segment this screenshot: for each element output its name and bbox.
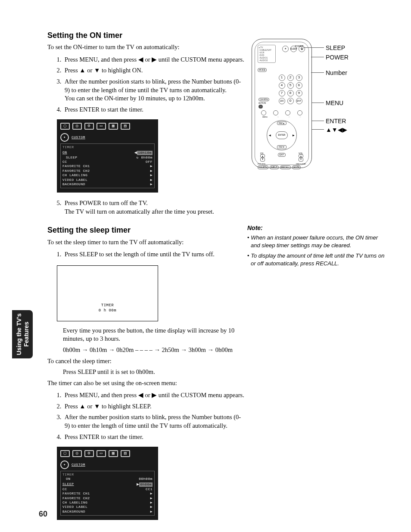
callout-number: Number <box>326 69 347 77</box>
sleep-step-1: Press SLEEP to set the length of time un… <box>63 249 246 260</box>
timer-display-box: TIMER 0 h 00m <box>57 265 158 321</box>
num-0: 0 <box>287 98 294 104</box>
tv-icon: ▢ <box>60 123 70 130</box>
cancel-step: Press SLEEP until it is set to 0h00m. <box>63 368 246 376</box>
action-button: ⬭ <box>258 105 263 109</box>
callout-power: POWER <box>326 53 349 62</box>
callout-enter: ENTER <box>326 117 346 125</box>
exit-button: EXIT <box>278 153 285 157</box>
osd-steps: Press MENU, and then press ◀ or ▶ until … <box>52 390 246 442</box>
num-7: 7 <box>279 90 285 96</box>
ent-button: ENT <box>296 98 302 104</box>
num-2: 2 <box>287 75 294 81</box>
cancel-intro: To cancel the sleep timer: <box>47 357 246 366</box>
note-item: When an instant power failure occurs, th… <box>247 234 385 249</box>
mode-list: ▸TV ◦CABLE/SAT ◦VCR ◦DVD ◦AUDIO1 ◦AUDIO2 <box>258 45 276 63</box>
num-1: 1 <box>279 75 285 81</box>
heading-on-timer: Setting the ON timer <box>47 30 246 40</box>
theater-button <box>297 110 302 115</box>
on-timer-steps-cont: Press POWER to turn off the TV. The TV w… <box>52 198 246 217</box>
callout-sleep: SLEEP <box>326 44 345 52</box>
callout-arrows: ▲▼◀▶ <box>326 126 347 134</box>
heading-sleep-timer: Setting the sleep timer <box>47 225 246 235</box>
step-1: Press MENU, and then press ◀ or ▶ until … <box>63 54 246 65</box>
num-100: 100 <box>279 98 285 104</box>
notes-box: Note: When an instant power failure occu… <box>247 224 385 268</box>
sleep-steps: Press SLEEP to set the length of time un… <box>52 249 246 260</box>
tv-menu-on: ▢ ◎ ⚙ ▭ ▦ ▤ ✦ CUSTOM TIMER ON◀10h10m SLE… <box>57 119 158 193</box>
timer-label: TIMER <box>101 303 114 308</box>
step-4: Press ENTER to start the timer. <box>63 104 246 115</box>
note-title: Note: <box>247 224 385 232</box>
tv-icon: ▤ <box>121 450 130 457</box>
step-2: Press ▲ or ▼ to highlight ON. <box>63 65 246 76</box>
custom-icon: ✦ <box>60 460 69 469</box>
osd-intro: The timer can also be set using the on-s… <box>47 379 246 388</box>
step-3: After the number position starts to blin… <box>63 76 246 104</box>
custom-label: CUSTOM <box>72 135 85 140</box>
chrtn-button: CH RTN <box>258 98 269 102</box>
intro-sleep-timer: To set the sleep timer to turn the TV of… <box>47 238 246 247</box>
tv-icon: ◎ <box>72 123 82 130</box>
page-number: 60 <box>39 509 47 519</box>
side-tab-label: Using the TV'sFeatures <box>15 314 30 355</box>
num-8: 8 <box>287 90 294 96</box>
fav-button <box>285 110 290 115</box>
num-9: 9 <box>296 90 302 96</box>
tv-icon: ▭ <box>97 123 106 130</box>
sleep-sequence: 0h00m → 0h10m → 0h20m – – – – → 2h50m → … <box>63 346 246 355</box>
light-button: ☀ <box>282 46 289 52</box>
tv-icon: ⚙ <box>84 123 94 130</box>
tv-icon: ▦ <box>109 450 118 457</box>
input-button <box>273 110 278 115</box>
side-tab: Using the TV'sFeatures <box>12 310 33 358</box>
timer-value: 0 h 00m <box>99 308 116 313</box>
tv-icon: ▢ <box>60 450 70 457</box>
tv-icon: ⚙ <box>84 450 94 457</box>
num-6: 6 <box>296 82 302 89</box>
sleep-after-box: Every time you press the button, the tim… <box>63 327 244 343</box>
tv-icon: ◎ <box>72 450 82 457</box>
tv-icon: ▭ <box>97 450 106 457</box>
tv-icon: ▤ <box>121 123 130 130</box>
nav-ring: FAV▲ ENTER FAV▼ ◀ ▶ <box>267 120 297 150</box>
mode-button: MODE <box>258 68 267 72</box>
callout-menu: MENU <box>326 99 343 107</box>
tv-icon: ▦ <box>109 123 118 130</box>
num-5: 5 <box>287 82 294 89</box>
intro-on-timer: To set the ON-timer to turn the TV on au… <box>47 43 246 52</box>
on-timer-steps: Press MENU, and then press ◀ or ▶ until … <box>52 54 246 115</box>
custom-label: CUSTOM <box>72 463 85 467</box>
step-5: Press POWER to turn off the TV. The TV w… <box>63 198 246 217</box>
enter-button: ENTER <box>276 131 288 139</box>
num-3: 3 <box>296 75 302 81</box>
num-4: 4 <box>279 82 285 89</box>
custom-icon: ✦ <box>60 133 69 142</box>
note-item: To display the amount of time left until… <box>247 252 385 268</box>
remote-illustration: ▸TV ◦CABLE/SAT ◦VCR ◦DVD ◦AUDIO1 ◦AUDIO2… <box>252 39 312 168</box>
menu-button <box>261 110 266 115</box>
tv-menu-sleep: ▢ ◎ ⚙ ▭ ▦ ▤ ✦ CUSTOM TIMER ON00h00m SLEE… <box>57 447 158 520</box>
